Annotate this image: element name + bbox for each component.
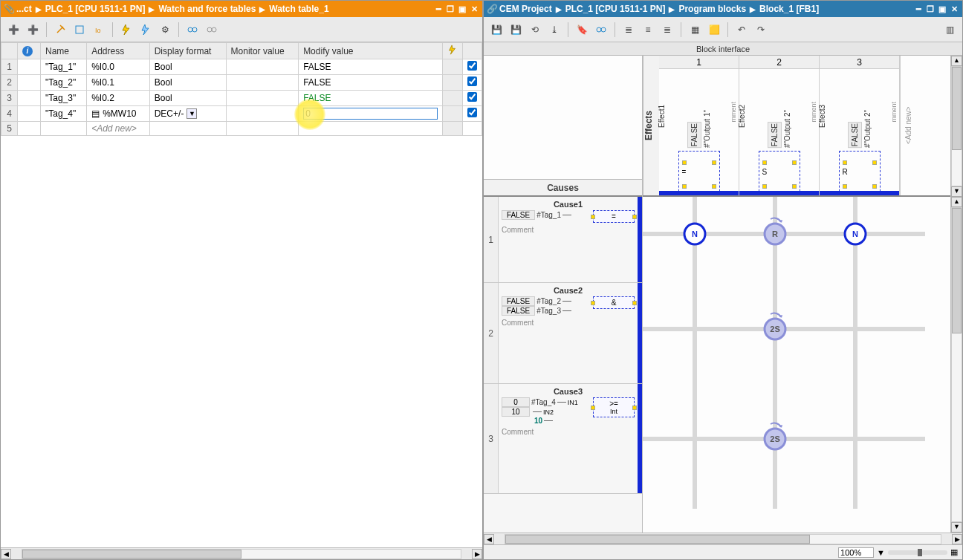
format-cell[interactable]: Bool — [149, 91, 226, 106]
col-name[interactable]: Name — [40, 43, 86, 59]
insert-row-icon[interactable]: ➕ — [25, 22, 41, 38]
scroll-right-icon[interactable]: ▶ — [952, 534, 962, 544]
restore-button[interactable]: ❐ — [925, 4, 936, 14]
new-row-icon[interactable]: ➕ — [5, 22, 22, 38]
breadcrumb-segment[interactable]: PLC_1 [CPU 1511-1 PN] — [45, 4, 146, 14]
modify-input[interactable] — [303, 108, 438, 120]
scroll-track[interactable] — [505, 534, 941, 544]
col-check[interactable] — [463, 43, 482, 59]
compile-icon[interactable]: ⟲ — [527, 22, 543, 38]
status-icon[interactable]: ▦ — [950, 547, 958, 557]
monitor-all-icon[interactable] — [71, 22, 88, 38]
restore-button[interactable]: ❐ — [445, 4, 455, 14]
cause-row[interactable]: 3 Cause3 0#Tag_4IN110IN210 >= Int Commen… — [484, 384, 642, 494]
table-row[interactable]: 3"Tag_3"%I0.2BoolFALSE — [1, 91, 482, 106]
cause-block[interactable]: & — [593, 296, 635, 309]
monitor-cell[interactable] — [226, 59, 299, 75]
save-icon[interactable]: 💾 — [488, 22, 505, 38]
breadcrumb-segment[interactable]: Program blocks — [678, 4, 746, 14]
breadcrumb-segment[interactable]: Block_1 [FB1] — [759, 4, 819, 14]
scroll-thumb[interactable] — [952, 67, 962, 150]
glasses-off-icon[interactable] — [204, 22, 220, 38]
name-cell[interactable]: "Tag_4" — [40, 106, 86, 122]
watch-table-scroll[interactable]: i Name Address Display format Monitor va… — [1, 42, 482, 547]
cause-content[interactable]: Cause1 FALSE#Tag_1 = Comment — [499, 197, 638, 282]
monitor-cell[interactable] — [226, 75, 299, 91]
table-row[interactable]: 1"Tag_1"%I0.0BoolFALSE — [1, 59, 482, 75]
tag-icon[interactable]: 🔖 — [574, 22, 590, 38]
check-cell[interactable] — [463, 59, 482, 75]
table-row[interactable]: 2"Tag_2"%I0.1BoolFALSE — [1, 75, 482, 91]
close-button[interactable]: ✕ — [469, 4, 479, 14]
scroll-track[interactable] — [22, 549, 461, 559]
zoom-dropdown-icon[interactable]: ▼ — [877, 548, 885, 557]
block-interface-header[interactable]: Block interface — [484, 42, 962, 56]
name-cell[interactable]: "Tag_1" — [40, 59, 86, 75]
cause-row[interactable]: 1 Cause1 FALSE#Tag_1 = Comment — [484, 197, 642, 283]
row-checkbox[interactable] — [467, 92, 477, 102]
flash-once-icon[interactable] — [137, 22, 154, 38]
monitor-icon[interactable] — [593, 22, 609, 38]
modify-cell[interactable]: FALSE — [299, 59, 443, 75]
right-h-scroll[interactable]: ◀ ▶ — [484, 533, 962, 544]
scroll-up-icon[interactable]: ▲ — [951, 56, 962, 66]
undo-icon[interactable]: ↶ — [733, 22, 750, 38]
modify-cell[interactable] — [299, 106, 443, 122]
monitor-once-icon[interactable] — [52, 22, 68, 38]
effects-v-scroll[interactable]: ▲ ▼ — [950, 56, 962, 197]
maximize-button[interactable]: ▣ — [937, 4, 947, 14]
right-v-scroll[interactable]: ▲ ▼ — [950, 197, 962, 533]
address-cell[interactable]: %I0.2 — [87, 91, 150, 106]
disable-io-icon[interactable]: ⚙ — [157, 22, 173, 38]
monitor-cell[interactable] — [226, 91, 299, 106]
row-checkbox[interactable] — [467, 76, 477, 86]
col-address[interactable]: Address — [87, 43, 150, 59]
glasses-on-icon[interactable] — [184, 22, 201, 38]
matrix-node[interactable]: N — [845, 224, 866, 244]
effect-column[interactable]: 3 Effect3 FALSE #"Output 2" mment R — [820, 56, 900, 195]
name-cell[interactable]: "Tag_3" — [40, 91, 86, 106]
table-row[interactable]: 5<Add new> — [1, 122, 482, 136]
check-cell[interactable] — [463, 106, 482, 122]
close-button[interactable]: ✕ — [949, 4, 959, 14]
zoom-slider[interactable] — [888, 550, 947, 555]
redo-icon[interactable]: ↷ — [753, 22, 769, 38]
scroll-track[interactable] — [951, 207, 962, 522]
scroll-right-icon[interactable]: ▶ — [472, 549, 482, 559]
left-h-scroll[interactable]: ◀ ▶ — [1, 547, 482, 559]
breadcrumb-segment[interactable]: ...ct — [16, 4, 32, 14]
address-cell[interactable]: %I0.0 — [87, 59, 150, 75]
address-cell[interactable]: %I0.1 — [87, 75, 150, 91]
scroll-left-icon[interactable]: ◀ — [1, 549, 11, 559]
breadcrumb-segment[interactable]: PLC_1 [CPU 1511-1 PN] — [565, 4, 666, 14]
minimize-button[interactable]: ━ — [433, 4, 444, 14]
maximize-button[interactable]: ▣ — [457, 4, 467, 14]
align-right-icon[interactable]: ≣ — [659, 22, 675, 38]
col-modify-value[interactable]: Modify value — [299, 43, 443, 59]
effect-block[interactable]: = — [678, 151, 720, 195]
monitor-cell[interactable] — [226, 122, 299, 136]
align-left-icon[interactable]: ≣ — [620, 22, 637, 38]
effect-block[interactable]: S — [759, 151, 800, 195]
effect-column[interactable]: 2 Effect2 FALSE #"Output 2" mment S — [739, 56, 820, 195]
row-checkbox[interactable] — [467, 108, 477, 117]
cause-block[interactable]: = — [593, 210, 635, 223]
cem-matrix[interactable]: NRN2S2S — [643, 197, 950, 533]
align-center-icon[interactable]: ≡ — [640, 22, 656, 38]
save-all-icon[interactable]: 💾 — [508, 22, 524, 38]
scroll-down-icon[interactable]: ▼ — [951, 522, 962, 533]
cause-content[interactable]: Cause3 0#Tag_4IN110IN210 >= Int Comment — [499, 384, 638, 493]
col-display-format[interactable]: Display format — [149, 43, 226, 59]
col-info[interactable]: i — [18, 43, 41, 59]
col-flash[interactable] — [443, 43, 463, 59]
check-cell[interactable] — [463, 122, 482, 136]
scroll-thumb[interactable] — [505, 535, 810, 544]
zoom-input[interactable] — [838, 547, 874, 558]
effect-block[interactable]: R — [839, 151, 881, 195]
table-row[interactable]: 4"Tag_4"▤ %MW10DEC+/- ▼ — [1, 106, 482, 122]
cause-block[interactable]: >= Int — [593, 397, 635, 417]
format-cell[interactable]: Bool — [149, 59, 226, 75]
modify-selected-icon[interactable]: Io — [91, 22, 107, 38]
flash-modify-icon[interactable] — [118, 22, 134, 38]
zoom-slider-thumb[interactable] — [918, 549, 922, 556]
